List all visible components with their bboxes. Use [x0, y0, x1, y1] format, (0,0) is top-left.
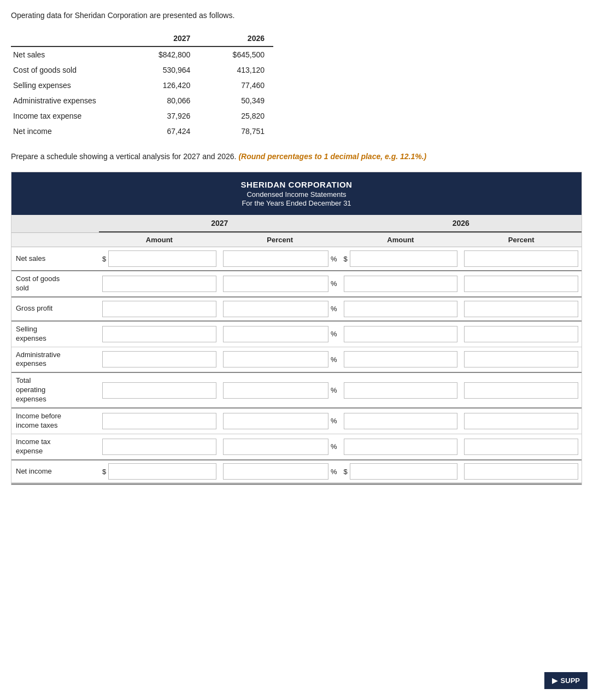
input-percent-2027-admin[interactable]	[223, 351, 328, 368]
subtitle1: Condensed Income Statements	[17, 190, 576, 199]
col-header-2027: 2027	[125, 31, 199, 46]
input-amount-2027-cogs[interactable]	[102, 276, 216, 292]
year-2027-header: 2027	[99, 215, 340, 232]
input-amount-2026-ebt[interactable]	[344, 413, 458, 429]
input-percent-2027-ebt[interactable]	[223, 413, 328, 429]
pct-2027-admin: %	[331, 355, 337, 364]
col-header-2026: 2026	[199, 31, 273, 46]
input-amount-2027-admin[interactable]	[102, 351, 216, 368]
input-percent-2026-selling[interactable]	[464, 326, 578, 342]
input-percent-2027-cogs[interactable]	[223, 276, 328, 292]
pct-2027-cogs: %	[331, 279, 337, 288]
instruction-text: Prepare a schedule showing a vertical an…	[11, 152, 582, 161]
row-selling: Sellingexpenses %	[11, 322, 582, 347]
table-row: Net sales $842,800 $645,500	[11, 46, 273, 62]
operating-data-table: 2027 2026 Net sales $842,800 $645,500 Co…	[11, 31, 273, 139]
label-net-sales: Net sales	[11, 251, 99, 267]
input-percent-2026-ni[interactable]	[464, 463, 578, 480]
year-2026-header: 2026	[340, 215, 582, 232]
input-percent-2027-opex[interactable]	[223, 382, 328, 399]
input-amount-2026-cogs[interactable]	[344, 276, 458, 292]
table-row: Selling expenses 126,420 77,460	[11, 78, 273, 93]
row-tax-expense: Income taxexpense %	[11, 434, 582, 460]
pct-2027-selling: %	[331, 330, 337, 338]
label-total-opex: Totaloperatingexpenses	[11, 373, 99, 407]
label-cogs: Cost of goodssold	[11, 271, 99, 296]
input-amount-2026-selling[interactable]	[344, 326, 458, 342]
dollar-sign-2027-ni: $	[102, 468, 106, 476]
input-amount-2027-netsales[interactable]	[108, 250, 216, 267]
instruction-bold: (Round percentages to 1 decimal place, e…	[238, 152, 426, 161]
pct-2027-tax: %	[331, 442, 337, 451]
input-percent-2026-cogs[interactable]	[464, 276, 578, 292]
input-amount-2027-selling[interactable]	[102, 326, 216, 342]
analysis-table-container: SHERIDAN CORPORATION Condensed Income St…	[11, 172, 582, 485]
input-percent-2026-admin[interactable]	[464, 351, 578, 368]
input-percent-2026-ebt[interactable]	[464, 413, 578, 429]
row-gross-profit: Gross profit %	[11, 298, 582, 322]
input-amount-2026-admin[interactable]	[344, 351, 458, 368]
intro-text: Operating data for Sheridan Corporation …	[11, 11, 582, 20]
pct-2027-ebt: %	[331, 417, 337, 425]
input-percent-2026-netsales[interactable]	[464, 250, 578, 267]
input-amount-2026-opex[interactable]	[344, 382, 458, 399]
col-amount-2027: Amount	[99, 233, 220, 247]
input-percent-2027-gross[interactable]	[223, 301, 328, 317]
input-amount-2026-gross[interactable]	[344, 301, 458, 317]
dollar-sign-2026-ni: $	[344, 468, 348, 476]
input-percent-2026-gross[interactable]	[464, 301, 578, 317]
table-row: Net income 67,424 78,751	[11, 124, 273, 139]
dollar-sign-2027-netsales: $	[102, 255, 106, 263]
table-row: Cost of goods sold 530,964 413,120	[11, 62, 273, 78]
label-net-income: Net income	[11, 464, 99, 480]
input-amount-2026-ni[interactable]	[350, 463, 458, 480]
input-percent-2026-tax[interactable]	[464, 439, 578, 455]
input-amount-2027-ni[interactable]	[108, 463, 216, 480]
label-gross-profit: Gross profit	[11, 301, 99, 317]
table-row: Income tax expense 37,926 25,820	[11, 108, 273, 124]
input-percent-2027-selling[interactable]	[223, 326, 328, 342]
row-net-sales: Net sales $ % $	[11, 247, 582, 271]
row-net-income: Net income $ % $	[11, 460, 582, 485]
input-amount-2026-netsales[interactable]	[350, 250, 458, 267]
input-amount-2027-ebt[interactable]	[102, 413, 216, 429]
col-amount-2026: Amount	[340, 233, 461, 247]
instruction-main: Prepare a schedule showing a vertical an…	[11, 152, 238, 161]
pct-2027-netsales: %	[331, 255, 337, 263]
dollar-sign-2026-netsales: $	[344, 255, 348, 263]
analysis-header: SHERIDAN CORPORATION Condensed Income St…	[11, 172, 582, 215]
pct-2027-ni: %	[331, 468, 337, 476]
label-tax-expense: Income taxexpense	[11, 434, 99, 459]
label-selling: Sellingexpenses	[11, 322, 99, 347]
row-income-before-tax: Income beforeincome taxes %	[11, 409, 582, 434]
input-percent-2027-tax[interactable]	[223, 439, 328, 455]
input-amount-2027-gross[interactable]	[102, 301, 216, 317]
col-percent-2027: Percent	[220, 233, 340, 247]
label-admin: Administrativeexpenses	[11, 347, 99, 372]
subtitle2: For the Years Ended December 31	[17, 199, 576, 207]
row-cogs: Cost of goodssold %	[11, 271, 582, 298]
col-percent-2026: Percent	[461, 233, 582, 247]
row-admin: Administrativeexpenses %	[11, 347, 582, 374]
input-percent-2026-opex[interactable]	[464, 382, 578, 399]
label-income-before-tax: Income beforeincome taxes	[11, 409, 99, 434]
input-amount-2027-tax[interactable]	[102, 439, 216, 455]
input-percent-2027-netsales[interactable]	[223, 250, 328, 267]
input-amount-2027-opex[interactable]	[102, 382, 216, 399]
input-amount-2026-tax[interactable]	[344, 439, 458, 455]
table-row: Administrative expenses 80,066 50,349	[11, 93, 273, 108]
pct-2027-opex: %	[331, 386, 337, 394]
pct-2027-gross: %	[331, 305, 337, 313]
row-total-opex: Totaloperatingexpenses %	[11, 373, 582, 409]
input-percent-2027-ni[interactable]	[223, 463, 328, 480]
corp-name: SHERIDAN CORPORATION	[17, 180, 576, 189]
